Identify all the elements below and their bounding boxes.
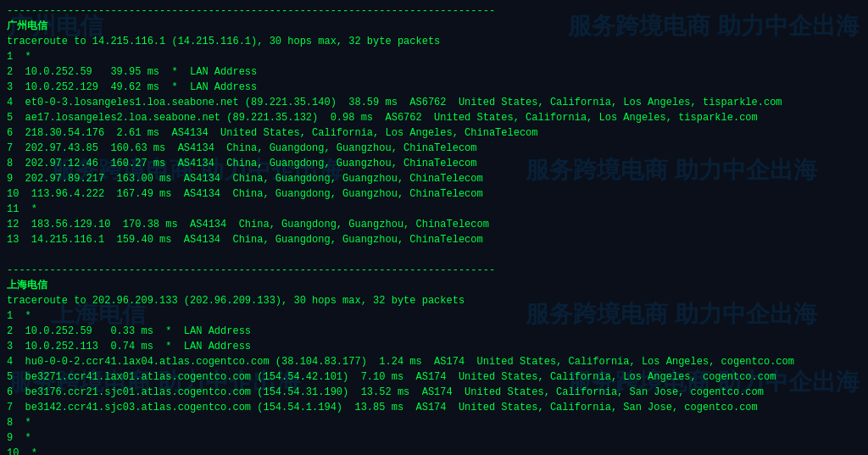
traceroute-header-shanghai: traceroute to 202.96.209.133 (202.96.209… [7, 293, 861, 308]
sh-line-2: 2 10.0.252.59 0.33 ms * LAN Address [7, 324, 861, 339]
sh-line-9: 9 * [7, 430, 861, 446]
gz-line-12: 12 183.56.129.10 170.38 ms AS4134 China,… [7, 217, 861, 232]
sh-line-10: 10 * [7, 446, 861, 455]
terminal-output: ----------------------------------------… [0, 0, 868, 455]
sh-line-8: 8 * [7, 415, 861, 430]
gz-line-9: 9 202.97.89.217 163.00 ms AS4134 China, … [7, 171, 861, 186]
traceroute-header-guangzhou: traceroute to 14.215.116.1 (14.215.116.1… [7, 34, 861, 49]
section-title-shanghai: 上海电信 [7, 278, 861, 293]
gz-line-11: 11 * [7, 202, 861, 217]
gz-line-7: 7 202.97.43.85 160.63 ms AS4134 China, G… [7, 141, 861, 156]
separator-1: ----------------------------------------… [7, 3, 861, 19]
gz-line-6: 6 218.30.54.176 2.61 ms AS4134 United St… [7, 125, 861, 141]
gz-line-5: 5 ae17.losangeles2.loa.seabone.net (89.2… [7, 110, 861, 125]
section-title-guangzhou: 广州电信 [7, 19, 861, 34]
sh-line-6: 6 be3176.ccr21.sjc01.atlas.cogentco.com … [7, 385, 861, 400]
gz-line-8: 8 202.97.12.46 160.27 ms AS4134 China, G… [7, 156, 861, 171]
sh-line-3: 3 10.0.252.113 0.74 ms * LAN Address [7, 339, 861, 354]
blank-line-1 [7, 247, 861, 263]
sh-line-5: 5 be3271.ccr41.lax01.atlas.cogentco.com … [7, 369, 861, 385]
gz-line-10: 10 113.96.4.222 167.49 ms AS4134 China, … [7, 186, 861, 202]
gz-line-13: 13 14.215.116.1 159.40 ms AS4134 China, … [7, 232, 861, 247]
sh-line-1: 1 * [7, 308, 861, 324]
sh-line-4: 4 hu0-0-0-2.ccr41.lax04.atlas.cogentco.c… [7, 354, 861, 369]
gz-line-1: 1 * [7, 49, 861, 64]
gz-line-4: 4 et0-0-3.losangeles1.loa.seabone.net (8… [7, 95, 861, 110]
separator-2: ----------------------------------------… [7, 263, 861, 278]
sh-line-7: 7 be3142.ccr41.sjc03.atlas.cogentco.com … [7, 400, 861, 415]
gz-line-3: 3 10.0.252.129 49.62 ms * LAN Address [7, 80, 861, 95]
gz-line-2: 2 10.0.252.59 39.95 ms * LAN Address [7, 64, 861, 80]
